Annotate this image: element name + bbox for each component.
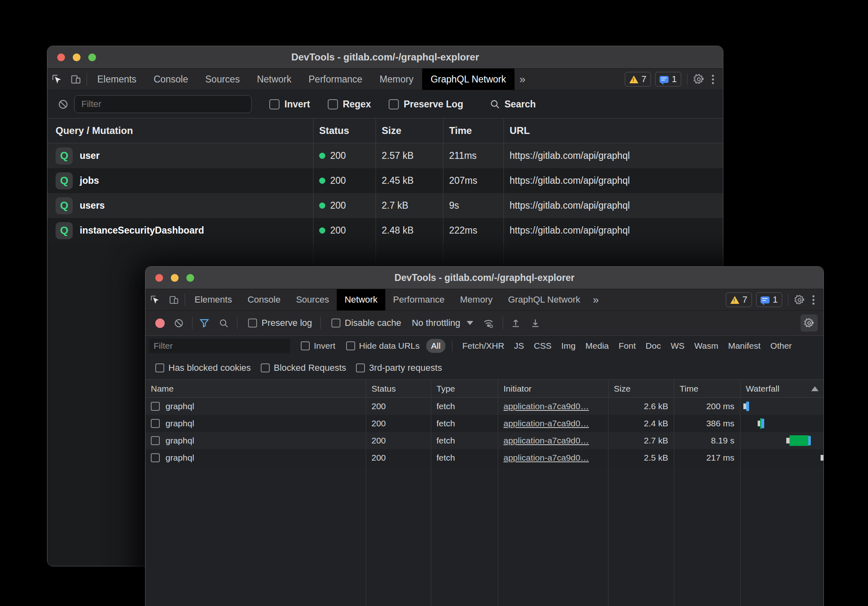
- tab-memory[interactable]: Memory: [452, 289, 500, 310]
- tab-memory[interactable]: Memory: [371, 69, 422, 90]
- type-filter-js[interactable]: JS: [514, 341, 524, 351]
- device-toolbar-icon[interactable]: [66, 69, 85, 90]
- column-header-name[interactable]: Name: [145, 380, 366, 397]
- more-tabs-button[interactable]: »: [515, 69, 530, 90]
- row-checkbox[interactable]: [151, 436, 160, 445]
- column-header-size[interactable]: Size: [608, 380, 674, 397]
- has-blocked-cookies-checkbox[interactable]: [155, 363, 164, 372]
- type-filter-wasm[interactable]: Wasm: [694, 341, 718, 351]
- table-row[interactable]: Q users 200 2.7 kB 9s https://gitlab.com…: [47, 193, 723, 218]
- column-header-type[interactable]: Type: [431, 380, 498, 397]
- minimize-button[interactable]: [73, 53, 81, 61]
- clear-block-icon[interactable]: [174, 318, 184, 328]
- request-row[interactable]: graphql 200 fetch application-a7ca9d0… 2…: [145, 432, 823, 449]
- type-filter-img[interactable]: Img: [562, 341, 576, 351]
- more-options-kebab-icon[interactable]: [809, 295, 818, 305]
- throttling-value: No throttling: [412, 318, 461, 328]
- row-checkbox[interactable]: [151, 419, 160, 428]
- tab-console[interactable]: Console: [145, 69, 197, 90]
- network-settings-gear-icon[interactable]: [801, 314, 818, 332]
- type-filter-media[interactable]: Media: [586, 341, 609, 351]
- tab-performance[interactable]: Performance: [300, 69, 371, 90]
- device-toolbar-icon[interactable]: [164, 289, 183, 310]
- type-filter-manifest[interactable]: Manifest: [728, 341, 761, 351]
- network-filter-input[interactable]: [149, 339, 290, 353]
- initiator-link[interactable]: application-a7ca9d0…: [503, 453, 589, 463]
- table-row[interactable]: Q user 200 2.57 kB 211ms https://gitlab.…: [47, 143, 723, 168]
- export-har-icon[interactable]: [530, 318, 541, 328]
- graphql-filter-input[interactable]: [74, 95, 252, 113]
- type-filter-doc[interactable]: Doc: [646, 341, 661, 351]
- column-header-initiator[interactable]: Initiator: [498, 380, 608, 397]
- column-header-time[interactable]: Time: [443, 118, 504, 143]
- tab-console[interactable]: Console: [240, 289, 289, 310]
- column-header-status[interactable]: Status: [366, 380, 431, 397]
- blocked-requests-checkbox[interactable]: [261, 363, 270, 372]
- status-cell: 200: [313, 218, 376, 243]
- column-header-waterfall[interactable]: Waterfall: [740, 380, 823, 397]
- table-row[interactable]: Q instanceSecurityDashboard 200 2.48 kB …: [47, 218, 723, 243]
- type-filter-other[interactable]: Other: [770, 341, 792, 351]
- tab-network[interactable]: Network: [337, 289, 385, 310]
- zoom-button[interactable]: [88, 53, 96, 61]
- record-network-log-button[interactable]: [155, 319, 165, 328]
- tab-performance[interactable]: Performance: [385, 289, 452, 310]
- preserve-log-checkbox[interactable]: [248, 319, 257, 328]
- minimize-button[interactable]: [171, 274, 179, 282]
- warnings-badge[interactable]: 7: [625, 72, 651, 87]
- type-filter-ws[interactable]: WS: [671, 341, 685, 351]
- query-name: instanceSecurityDashboard: [80, 225, 204, 236]
- initiator-link[interactable]: application-a7ca9d0…: [503, 436, 589, 446]
- filter-funnel-icon[interactable]: [199, 318, 210, 328]
- close-button[interactable]: [155, 274, 163, 282]
- more-tabs-button[interactable]: »: [588, 289, 604, 310]
- clear-block-icon[interactable]: [58, 99, 69, 110]
- request-row[interactable]: graphql 200 fetch application-a7ca9d0… 2…: [145, 415, 823, 432]
- row-checkbox[interactable]: [151, 402, 160, 411]
- invert-checkbox[interactable]: [301, 341, 310, 350]
- warnings-badge[interactable]: 7: [726, 292, 752, 307]
- preserve-log-checkbox[interactable]: [389, 99, 399, 109]
- column-header-size[interactable]: Size: [376, 118, 443, 143]
- more-options-kebab-icon[interactable]: [709, 75, 717, 84]
- request-row[interactable]: graphql 200 fetch application-a7ca9d0… 2…: [145, 449, 823, 466]
- request-row[interactable]: graphql 200 fetch application-a7ca9d0… 2…: [145, 398, 823, 415]
- tab-graphql-network[interactable]: GraphQL Network: [422, 69, 515, 90]
- initiator-link[interactable]: application-a7ca9d0…: [503, 401, 589, 411]
- regex-checkbox[interactable]: [328, 99, 338, 109]
- throttling-dropdown[interactable]: No throttling: [412, 318, 474, 328]
- disable-cache-checkbox[interactable]: [331, 319, 340, 328]
- column-header-status[interactable]: Status: [313, 118, 376, 143]
- network-conditions-icon[interactable]: [482, 317, 494, 329]
- search-group[interactable]: Search: [490, 99, 536, 110]
- close-button[interactable]: [57, 53, 65, 61]
- tab-network[interactable]: Network: [248, 69, 300, 90]
- row-checkbox[interactable]: [151, 453, 160, 462]
- tab-elements[interactable]: Elements: [89, 69, 145, 90]
- hide-data-urls-checkbox[interactable]: [346, 341, 355, 350]
- issues-badge[interactable]: 1: [655, 72, 681, 87]
- column-header-time[interactable]: Time: [674, 380, 740, 397]
- tab-graphql-network[interactable]: GraphQL Network: [500, 289, 588, 310]
- inspect-cursor-icon[interactable]: [47, 69, 66, 90]
- tab-sources[interactable]: Sources: [288, 289, 337, 310]
- issues-badge[interactable]: 1: [756, 292, 782, 307]
- settings-gear-icon[interactable]: [693, 74, 705, 85]
- column-header-query-mutation[interactable]: Query / Mutation: [47, 118, 313, 143]
- initiator-link[interactable]: application-a7ca9d0…: [503, 419, 589, 428]
- table-row[interactable]: Q jobs 200 2.45 kB 207ms https://gitlab.…: [47, 168, 723, 193]
- type-filter-all[interactable]: All: [426, 339, 445, 353]
- zoom-button[interactable]: [186, 274, 194, 282]
- type-filter-font[interactable]: Font: [619, 341, 636, 351]
- tab-elements[interactable]: Elements: [187, 289, 240, 310]
- column-header-url[interactable]: URL: [504, 118, 723, 143]
- invert-checkbox[interactable]: [269, 99, 280, 109]
- type-filter-fetch-xhr[interactable]: Fetch/XHR: [462, 341, 504, 351]
- search-icon[interactable]: [219, 318, 229, 328]
- third-party-requests-checkbox[interactable]: [356, 363, 365, 372]
- settings-gear-icon[interactable]: [794, 294, 805, 305]
- tab-sources[interactable]: Sources: [197, 69, 248, 90]
- inspect-cursor-icon[interactable]: [145, 289, 164, 310]
- import-har-icon[interactable]: [510, 318, 521, 328]
- type-filter-css[interactable]: CSS: [534, 341, 551, 351]
